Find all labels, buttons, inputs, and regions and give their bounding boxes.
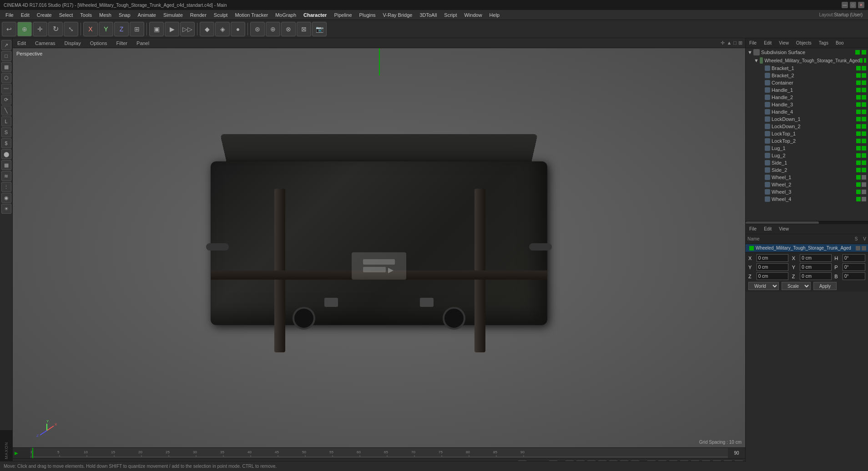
hier-lockdown2[interactable]: LockDown_2 [746,123,868,130]
attr-v-icon[interactable] [862,246,866,251]
handle4-vis[interactable] [856,110,861,114]
wheel4-vis[interactable] [856,197,861,201]
hier-bracket2[interactable]: Bracket_2 [746,72,868,79]
obj-tab-file[interactable]: File [747,40,758,46]
lug1-ren[interactable] [862,146,866,150]
vp-icon-move[interactable]: ✛ [721,40,725,46]
hair-lt[interactable]: ⋮ [1,182,11,192]
menu-tools[interactable]: Tools [76,11,96,19]
z-position-input[interactable] [757,272,788,280]
wheel2-ren[interactable] [862,182,866,187]
menu-select[interactable]: Select [56,11,77,19]
timeline-track[interactable]: 0 5 10 15 20 25 30 35 40 45 50 55 60 65 [30,448,728,458]
hier-lug2[interactable]: Lug_2 [746,152,868,159]
hier-side1[interactable]: Side_1 [746,159,868,166]
render-all[interactable]: ▷▷ [180,22,195,36]
hier-handle2[interactable]: Handle_2 [746,94,868,101]
handle3-ren[interactable] [862,102,866,107]
lockdown1-ren[interactable] [862,117,866,121]
locktop2-vis[interactable] [856,139,861,143]
world-space-btn[interactable]: ⊞ [130,22,144,36]
attr-s-icon[interactable] [856,246,860,251]
vp-menu-edit[interactable]: Edit [15,40,28,47]
apply-button[interactable]: Apply [813,282,837,290]
hier-trunk-root[interactable]: ▼ Wheeled_Military_Tough_Storage_Trunk_A… [752,56,868,65]
brush-lt[interactable]: ⬡ [1,73,11,83]
render-active[interactable]: ▶ [165,22,179,36]
h-rotation-input[interactable] [843,254,865,262]
menu-window[interactable]: Window [460,11,485,19]
hier-locktop2[interactable]: LockTop_2 [746,137,868,145]
texture-lt[interactable]: ▦ [1,62,11,72]
snap2-btn[interactable]: ⊕ [266,22,280,36]
wheel3-vis[interactable] [856,190,861,194]
side1-ren[interactable] [862,160,866,165]
handle2-ren[interactable] [862,95,866,100]
lug1-vis[interactable] [856,146,861,150]
lockdown2-vis[interactable] [856,124,861,129]
hier-wheel2[interactable]: Wheel_2 [746,181,868,188]
menu-help[interactable]: Help [486,11,504,19]
hier-wheel4[interactable]: Wheel_4 [746,195,868,203]
menu-animate[interactable]: Animate [134,11,160,19]
lug2-ren[interactable] [862,153,866,158]
attr-selected-trunk[interactable]: Wheeled_Military_Tough_Storage_Trunk_Age… [746,244,868,252]
live-select[interactable]: ⊕ [17,22,32,36]
menu-render[interactable]: Render [187,11,210,19]
locktop1-ren[interactable] [862,131,866,136]
wheel1-ren[interactable] [862,175,866,180]
object-mode-lt[interactable]: □ [1,51,11,61]
locktop1-vis[interactable] [856,131,861,136]
x-position-input[interactable] [757,254,788,262]
menu-pipeline[interactable]: Pipeline [330,11,355,19]
container-vis[interactable] [856,80,861,85]
hier-locktop1[interactable]: LockTop_1 [746,130,868,137]
obj-tab-view[interactable]: View [777,40,791,46]
subdivsurf-visible[interactable] [855,50,860,55]
scale-tool[interactable]: ⤡ [64,22,78,36]
bracket2-ren[interactable] [862,73,866,78]
y-size-input[interactable] [800,263,832,271]
vp-menu-options[interactable]: Options [88,40,109,47]
paint-lt[interactable]: ⬤ [1,149,11,159]
lockdown1-vis[interactable] [856,117,861,121]
menu-simulate[interactable]: Simulate [160,11,187,19]
spline-lt[interactable]: 〰 [1,84,11,94]
handle2-vis[interactable] [856,95,861,100]
trunk-render[interactable] [864,58,866,63]
wheel4-ren[interactable] [862,197,866,201]
viewport-canvas[interactable]: Perspective [13,48,745,447]
hierarchy-panel[interactable]: ▼ Subdivision Surface ▼ Wheeled_Military… [746,48,868,221]
menu-sculpt[interactable]: Sculpt [210,11,232,19]
scale-dropdown[interactable]: Scale [782,282,811,290]
undo-button[interactable]: ↩ [2,22,16,36]
locktop2-ren[interactable] [862,139,866,143]
p-rotation-input[interactable] [843,263,865,271]
menu-vray[interactable]: V-Ray Bridge [379,11,416,19]
vp-menu-display[interactable]: Display [63,40,83,47]
hier-handle1[interactable]: Handle_1 [746,86,868,94]
menu-file[interactable]: File [2,11,17,19]
container-ren[interactable] [862,80,866,85]
minimize-button[interactable]: — [842,2,848,8]
point-mode[interactable]: ● [231,22,245,36]
hier-side2[interactable]: Side_2 [746,166,868,174]
menu-snap[interactable]: Snap [115,11,134,19]
hier-wheel1[interactable]: Wheel_1 [746,174,868,181]
layout-value[interactable]: Startup (User) [834,12,863,17]
measure-lt[interactable]: L [1,116,11,126]
menu-3dtoall[interactable]: 3DToAll [416,11,440,19]
move-tool[interactable]: ✛ [33,22,47,36]
side2-ren[interactable] [862,168,866,172]
handle1-ren[interactable] [862,88,866,92]
light-lt[interactable]: ☀ [1,204,11,214]
handle3-vis[interactable] [856,102,861,107]
obj-tab-boo[interactable]: Boo [834,40,846,46]
x-axis-btn[interactable]: X [83,22,98,36]
vp-icon-cam[interactable]: □ [733,40,737,46]
side1-vis[interactable] [856,160,861,165]
bracket2-vis[interactable] [856,73,861,78]
obj-tab-edit[interactable]: Edit [762,40,773,46]
close-button[interactable]: ✕ [858,2,864,8]
vp-menu-cameras[interactable]: Cameras [33,40,57,47]
